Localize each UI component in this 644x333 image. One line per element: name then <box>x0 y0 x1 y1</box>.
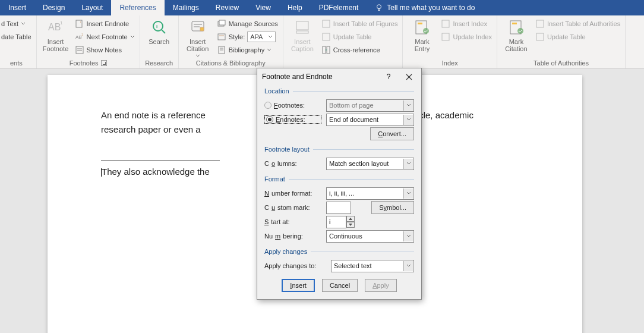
svg-rect-35 <box>442 33 449 40</box>
next-footnote-icon: AB1 <box>75 32 84 42</box>
mark-entry-button[interactable]: Mark Entry <box>406 17 437 52</box>
svg-rect-27 <box>323 20 330 27</box>
radio-icon <box>264 102 272 109</box>
lightbulb-icon <box>375 4 383 12</box>
section-location-heading: Location <box>264 87 414 95</box>
tab-references[interactable]: References <box>111 0 164 15</box>
insert-table-of-figures-button[interactable]: Insert Table of Figures <box>320 18 399 30</box>
tab-pdfelement[interactable]: PDFelement <box>311 0 367 15</box>
apply-to-combo[interactable]: Selected text <box>331 260 414 272</box>
spin-down-button[interactable] <box>346 222 355 228</box>
footnotes-radio[interactable]: Footnotes: <box>264 102 321 109</box>
start-at-spinner[interactable] <box>326 216 355 228</box>
insert-index-button[interactable]: Insert Index <box>440 18 493 30</box>
tab-insert[interactable]: Insert <box>0 0 34 15</box>
symbol-button[interactable]: Symbol... <box>371 201 414 214</box>
footnotes-dialog-launcher[interactable] <box>101 60 107 66</box>
bibliography-icon <box>217 45 226 55</box>
insert-toa-button[interactable]: Insert Table of Authorities <box>534 18 621 30</box>
mark-citation-button[interactable]: Mark Citation <box>501 17 532 52</box>
update-table-icon <box>321 32 331 42</box>
number-format-label: Number format: <box>264 190 321 197</box>
section-apply-heading: Apply changes <box>264 248 414 255</box>
svg-text:1: 1 <box>60 20 63 26</box>
update-toc-button[interactable]: date Table <box>0 31 33 43</box>
dialog-titlebar[interactable]: Footnote and Endnote ? <box>257 68 421 85</box>
dialog-close-button[interactable] <box>401 70 416 83</box>
endnotes-position-combo[interactable]: End of document <box>326 114 414 126</box>
section-location: Location Footnotes: Bottom of page Endno… <box>264 87 414 141</box>
tab-design[interactable]: Design <box>34 0 73 15</box>
insert-endnote-button[interactable]: i Insert Endnote <box>74 18 136 30</box>
manage-sources-button[interactable]: Manage Sources <box>216 18 279 30</box>
show-notes-button[interactable]: Show Notes <box>74 44 136 56</box>
footnote-endnote-dialog: Footnote and Endnote ? Location Footnote… <box>257 68 422 300</box>
footnote-icon: AB1 <box>46 18 65 37</box>
spin-up-button[interactable] <box>346 216 355 222</box>
insert-button[interactable]: Insert <box>282 279 315 292</box>
group-research: i Search Research <box>140 15 179 68</box>
cross-reference-icon <box>321 45 331 55</box>
tab-view[interactable]: View <box>247 0 279 15</box>
numbering-label: Numbering: <box>264 233 321 240</box>
cancel-button[interactable]: Cancel <box>322 279 358 292</box>
apply-button[interactable]: Apply <box>365 279 397 292</box>
group-index-label: Index <box>406 59 493 68</box>
tab-mailings[interactable]: Mailings <box>165 0 207 15</box>
insert-index-icon <box>441 19 450 29</box>
tell-me-text: Tell me what you want to do <box>387 4 475 12</box>
ribbon: d Text date Table ents AB1 Insert Footno… <box>0 15 644 69</box>
svg-line-12 <box>162 30 165 33</box>
number-format-combo[interactable]: i, ii, iii, ... <box>326 187 414 200</box>
add-text-button[interactable]: d Text <box>0 18 33 30</box>
group-toa-label: Table of Authorities <box>501 59 621 68</box>
svg-point-33 <box>423 28 429 34</box>
insert-footnote-button[interactable]: AB1 Insert Footnote <box>40 17 71 52</box>
bibliography-button[interactable]: Bibliography <box>216 44 279 56</box>
svg-point-38 <box>517 28 523 34</box>
group-footnotes: AB1 Insert Footnote i Insert Endnote AB1… <box>37 15 140 68</box>
update-index-button[interactable]: Update Index <box>440 31 493 43</box>
cross-reference-button[interactable]: Cross-reference <box>320 44 399 56</box>
convert-button[interactable]: Convert... <box>370 127 414 140</box>
dialog-help-button[interactable]: ? <box>381 70 396 83</box>
custom-mark-input[interactable] <box>326 202 351 214</box>
caption-icon <box>293 18 312 37</box>
search-button[interactable]: i Search <box>144 17 175 45</box>
search-icon: i <box>150 18 169 37</box>
style-icon <box>217 32 226 42</box>
apply-to-label: Apply changes to: <box>264 262 326 269</box>
columns-combo[interactable]: Match section layout <box>326 158 414 170</box>
svg-rect-39 <box>536 20 544 27</box>
table-of-figures-icon <box>321 19 331 29</box>
section-format-heading: Format <box>264 175 414 183</box>
endnotes-radio[interactable]: Endnotes: <box>264 115 321 124</box>
group-citations: Insert Citation Manage Sources Style: AP… <box>179 15 283 68</box>
numbering-combo[interactable]: Continuous <box>326 230 414 243</box>
svg-point-11 <box>153 21 163 31</box>
tab-layout[interactable]: Layout <box>73 0 111 15</box>
show-notes-icon <box>75 45 84 55</box>
tab-help[interactable]: Help <box>279 0 311 15</box>
insert-citation-button[interactable]: Insert Citation <box>182 17 213 58</box>
insert-caption-button[interactable]: Insert Caption <box>287 17 318 52</box>
tab-review[interactable]: Review <box>207 0 247 15</box>
update-toa-button[interactable]: Update Table <box>534 31 621 43</box>
next-footnote-button[interactable]: AB1 Next Footnote <box>74 31 136 43</box>
update-captions-table-button[interactable]: Update Table <box>320 31 399 43</box>
svg-rect-20 <box>218 34 225 40</box>
citation-style-select[interactable]: Style: APA <box>216 31 279 43</box>
manage-sources-icon <box>217 19 226 29</box>
start-at-input[interactable] <box>326 216 346 228</box>
insert-toa-icon <box>535 19 545 29</box>
radio-icon <box>266 116 273 123</box>
svg-rect-19 <box>219 20 225 25</box>
group-toc: d Text date Table ents <box>0 15 37 68</box>
tell-me-search[interactable]: Tell me what you want to do <box>367 0 483 15</box>
close-icon <box>406 74 412 80</box>
citation-icon <box>188 18 207 37</box>
svg-text:1: 1 <box>81 33 83 36</box>
group-index: Mark Entry Insert Index Update Index Ind… <box>403 15 497 68</box>
section-format: Format Number format: i, ii, iii, ... Cu… <box>264 175 414 243</box>
svg-rect-32 <box>418 23 422 24</box>
